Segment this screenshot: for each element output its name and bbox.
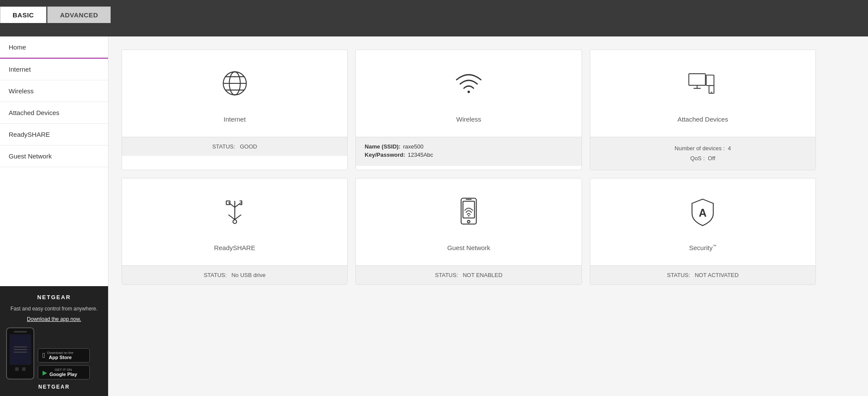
card-readyshare[interactable]: ReadySHARE STATUS: No USB drive (122, 178, 348, 285)
card-security-label: Security™ (689, 244, 717, 251)
wireless-ssid-label: Name (SSID): (365, 143, 400, 150)
promo-download-link[interactable]: Download the app now. (6, 316, 102, 322)
card-internet-status: STATUS: GOOD (122, 137, 347, 156)
content-area: Internet STATUS: GOOD (108, 36, 868, 396)
devices-icon (687, 68, 718, 109)
card-guest-network[interactable]: Guest Network STATUS: NOT ENABLED (355, 178, 582, 285)
internet-status-text: STATUS: GOOD (212, 143, 257, 150)
svg-rect-9 (707, 75, 714, 86)
google-play-icon: ▶ (43, 369, 47, 376)
apple-icon:  (43, 352, 45, 360)
svg-text:A: A (699, 206, 707, 218)
usb-icon (220, 197, 250, 238)
sidebar: Home Internet Wireless Attached Devices … (0, 36, 108, 396)
svg-point-27 (468, 215, 470, 217)
sidebar-item-wireless[interactable]: Wireless (0, 80, 108, 102)
card-attached-devices-top: Attached Devices (590, 50, 815, 137)
readyshare-status-text: STATUS: No USB drive (204, 272, 266, 278)
card-wireless-label: Wireless (456, 116, 481, 123)
guest-network-status-text: STATUS: NOT ENABLED (435, 272, 502, 278)
header-bar (0, 23, 868, 36)
sidebar-item-readyshare[interactable]: ReadySHARE (0, 124, 108, 145)
sidebar-item-home[interactable]: Home (0, 36, 108, 59)
card-wireless[interactable]: Wireless Name (SSID): raxe500 Key/Passwo… (355, 50, 582, 170)
svg-point-22 (233, 220, 236, 223)
security-trademark: ™ (713, 244, 717, 248)
google-play-small-text: GET IT ON (49, 368, 77, 372)
sidebar-nav: Home Internet Wireless Attached Devices … (0, 36, 108, 286)
main-layout: Home Internet Wireless Attached Devices … (0, 36, 868, 396)
promo-logo: NETGEAR (6, 294, 102, 300)
card-guest-network-status: STATUS: NOT ENABLED (356, 265, 581, 284)
svg-line-14 (229, 215, 235, 220)
card-internet[interactable]: Internet STATUS: GOOD (122, 50, 348, 170)
card-readyshare-label: ReadySHARE (214, 244, 255, 251)
wireless-ssid-row: Name (SSID): raxe500 (365, 143, 572, 150)
app-store-label: App Store (47, 355, 73, 360)
sidebar-item-guest-network[interactable]: Guest Network (0, 145, 108, 167)
card-internet-label: Internet (224, 116, 246, 123)
tab-advanced[interactable]: ADVANCED (47, 7, 111, 23)
cards-grid: Internet STATUS: GOOD (122, 50, 816, 285)
sidebar-item-attached-devices[interactable]: Attached Devices (0, 102, 108, 124)
card-internet-top: Internet (122, 50, 347, 137)
svg-point-25 (467, 220, 470, 223)
top-tab-bar: BASIC ADVANCED (0, 0, 868, 23)
wifi-icon (454, 68, 484, 109)
shield-icon: A (687, 197, 718, 238)
app-store-small-text: Download on the (47, 351, 73, 355)
card-attached-devices[interactable]: Attached Devices Number of devices : 4 Q… (590, 50, 816, 170)
card-wireless-top: Wireless (356, 50, 581, 137)
card-security-status: STATUS: NOT ACTIVATED (590, 265, 815, 284)
wireless-password-label: Key/Password: (365, 152, 405, 158)
promo-tagline: Fast and easy control from anywhere. (6, 305, 102, 313)
attached-devices-count: Number of devices : 4 (599, 143, 807, 153)
svg-rect-6 (689, 74, 705, 86)
wireless-password-row: Key/Password: 12345Abc (365, 152, 572, 158)
promo-bottom-logo: NETGEAR (6, 384, 102, 390)
app-store-button[interactable]:  Download on the App Store (38, 348, 90, 363)
card-readyshare-top: ReadySHARE (122, 178, 347, 265)
promo-panel: NETGEAR Fast and easy control from anywh… (0, 286, 108, 396)
tab-basic[interactable]: BASIC (0, 7, 46, 23)
card-wireless-status: Name (SSID): raxe500 Key/Password: 12345… (356, 137, 581, 166)
wireless-ssid-value: raxe500 (403, 143, 424, 150)
sidebar-item-internet[interactable]: Internet (0, 59, 108, 80)
attached-devices-qos: QoS : Off (599, 153, 807, 163)
wireless-password-value: 12345Abc (408, 152, 434, 158)
card-security[interactable]: A Security™ STATUS: NOT ACTIVATED (590, 178, 816, 285)
card-readyshare-status: STATUS: No USB drive (122, 265, 347, 284)
phone-wifi-icon (454, 197, 484, 238)
card-attached-devices-status: Number of devices : 4 QoS : Off (590, 137, 815, 170)
card-attached-devices-label: Attached Devices (677, 116, 728, 123)
security-status-text: STATUS: NOT ACTIVATED (667, 272, 739, 278)
svg-point-5 (467, 91, 470, 93)
card-guest-network-label: Guest Network (447, 244, 490, 251)
card-guest-network-top: Guest Network (356, 178, 581, 265)
phone-mockup (6, 327, 34, 380)
card-security-top: A Security™ (590, 178, 815, 265)
google-play-button[interactable]: ▶ GET IT ON Google Play (38, 365, 90, 380)
svg-line-15 (235, 215, 241, 220)
google-play-label: Google Play (49, 372, 77, 377)
globe-icon (220, 68, 250, 109)
